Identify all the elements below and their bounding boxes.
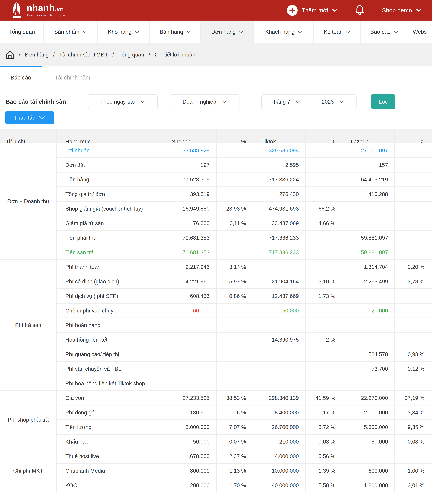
actions-button[interactable]: Thao tác: [5, 111, 54, 124]
value-cell: 70.681.353: [164, 231, 216, 245]
value-cell: 12.437.669: [254, 289, 305, 303]
row-label-cell: Hoa hồng liên kết: [57, 333, 164, 347]
value-cell: 474.931.698: [254, 202, 305, 216]
nav-item-ban-hang[interactable]: Bán hàng: [150, 20, 200, 43]
row-label-cell: Phí hoàn hàng: [57, 318, 164, 332]
row-label-cell: Chụp ảnh Media: [57, 464, 164, 478]
percent-cell: 3,14 %: [217, 260, 254, 274]
value-cell[interactable]: 33.588.928: [164, 143, 216, 157]
shop-selector[interactable]: Shop demo: [382, 7, 424, 14]
value-cell: 157: [343, 158, 394, 172]
nav-item-san-pham[interactable]: Sản phẩm: [44, 20, 97, 43]
value-cell: 40.000.000: [254, 478, 305, 492]
breadcrumb-chi-tiet-loi-nhuan[interactable]: Chi tiết lợi nhuận: [155, 51, 195, 58]
percent-cell: 2,37 %: [217, 449, 254, 463]
value-cell: 50.000: [343, 435, 394, 449]
percent-cell: [217, 333, 254, 347]
percent-cell: 0,03 %: [306, 435, 343, 449]
tab-tai-chinh-nam[interactable]: Tài chính năm: [42, 66, 103, 89]
percent-cell: [306, 172, 343, 187]
value-cell: 800.000: [164, 464, 216, 478]
group-cell-chi-phi-mkt: Chi phí MKT: [0, 449, 56, 492]
breadcrumb-tai-chinh-san[interactable]: Tài chính sàn TMĐT: [59, 51, 108, 58]
value-cell: [254, 362, 305, 376]
percent-cell: [395, 216, 432, 230]
value-cell: 717.336.233: [254, 245, 305, 259]
percent-cell: [306, 304, 343, 317]
value-cell: 70.681.353: [164, 245, 216, 259]
percent-cell: [395, 202, 432, 216]
chevron-down-icon: [222, 100, 227, 103]
percent-cell: 5,97 %: [217, 274, 254, 288]
value-cell[interactable]: 27.561.097: [343, 143, 394, 157]
chevron-down-icon: [346, 31, 350, 33]
value-cell: [254, 347, 305, 361]
home-icon[interactable]: [6, 50, 14, 59]
percent-cell: 9,35 %: [395, 420, 432, 434]
row-label-cell: Chênh phí vận chuyển: [57, 304, 164, 317]
percent-cell: 41,59 %: [306, 391, 343, 405]
value-cell: [164, 318, 216, 332]
value-cell: 8.400.000: [254, 405, 305, 419]
value-cell: 393.519: [164, 187, 216, 201]
row-label-cell[interactable]: Lợi nhuận: [57, 143, 164, 157]
percent-cell: [395, 172, 432, 187]
nav-item-bao-cao[interactable]: Báo cáo: [361, 20, 408, 43]
percent-cell: [395, 376, 432, 390]
percent-cell: 1,17 %: [306, 405, 343, 419]
percent-cell: [217, 362, 254, 376]
breadcrumb-don-hang[interactable]: Đơn hàng: [25, 51, 49, 58]
percent-cell: [217, 143, 254, 157]
chevron-down-icon: [416, 9, 422, 12]
percent-cell: 5,58 %: [306, 478, 343, 492]
plus-circle-icon: [287, 5, 298, 16]
percent-cell: 0,11 %: [217, 216, 254, 230]
group-cell-phi-tra-san: Phí trả sàn: [0, 260, 56, 390]
month-dropdown[interactable]: Tháng 7: [262, 95, 309, 109]
value-cell: [254, 318, 305, 332]
filter-bar: Báo cáo tài chính sàn Theo ngày tạo Doan…: [0, 94, 432, 109]
nav-item-tong-quan[interactable]: Tổng quan: [0, 20, 44, 43]
tab-bao-cao[interactable]: Báo cáo: [0, 66, 42, 89]
row-label-cell: Thuê host live: [57, 449, 164, 463]
value-cell: 22.270.000: [343, 391, 394, 405]
row-label-cell: Phí cố định (giao dịch): [57, 274, 164, 288]
value-cell: [164, 362, 216, 376]
percent-cell: [217, 172, 254, 187]
brand-name: nhanh.vn: [27, 3, 68, 12]
row-label-cell: Phí quảng cáo/ tiếp thị: [57, 347, 164, 361]
value-cell: 276.430: [254, 187, 305, 201]
percent-cell: [217, 245, 254, 259]
nav-item-ke-toan[interactable]: Kế toán: [314, 20, 360, 43]
percent-cell: 1,73 %: [306, 289, 343, 303]
percent-cell: [395, 304, 432, 317]
year-dropdown[interactable]: 2023: [309, 95, 356, 109]
nav-item-website[interactable]: Webs: [408, 20, 432, 43]
brand-logo[interactable]: nhanh.vn Tiết kiệm thời gian: [10, 1, 68, 19]
value-cell: 1.130.900: [164, 405, 216, 419]
value-cell[interactable]: 329.686.094: [254, 143, 305, 157]
date-type-dropdown[interactable]: Theo ngày tạo: [88, 94, 158, 109]
shop-label: Shop demo: [382, 7, 412, 14]
percent-cell: [395, 143, 432, 157]
percent-cell: 1,13 %: [217, 464, 254, 478]
filter-button[interactable]: Lọc: [371, 94, 395, 109]
add-new-button[interactable]: Thêm mới: [287, 5, 337, 16]
nav-item-khach-hang[interactable]: Khách hàng: [254, 20, 313, 43]
percent-cell: 7,07 %: [217, 420, 254, 434]
chevron-down-icon: [394, 31, 398, 33]
value-cell: 33.437.069: [254, 216, 305, 230]
value-cell: 210.000: [254, 435, 305, 449]
percent-cell: 3,78 %: [395, 274, 432, 288]
breadcrumb-tong-quan[interactable]: Tổng quan: [118, 51, 144, 58]
percent-cell: 1,00 %: [395, 464, 432, 478]
notifications-button[interactable]: [348, 5, 371, 16]
chevron-down-icon: [39, 116, 45, 119]
value-cell: 16.949.550: [164, 202, 216, 216]
percent-cell: 66,2 %: [306, 202, 343, 216]
percent-cell: [217, 304, 254, 317]
business-dropdown[interactable]: Doanh nghiệp: [170, 94, 239, 109]
nav-item-kho-hang[interactable]: Kho hàng: [98, 20, 149, 43]
nav-item-don-hang[interactable]: Đơn hàng: [201, 20, 254, 43]
row-label-cell: Phí hoa hồng liên kết Tiktok shop: [57, 376, 164, 390]
